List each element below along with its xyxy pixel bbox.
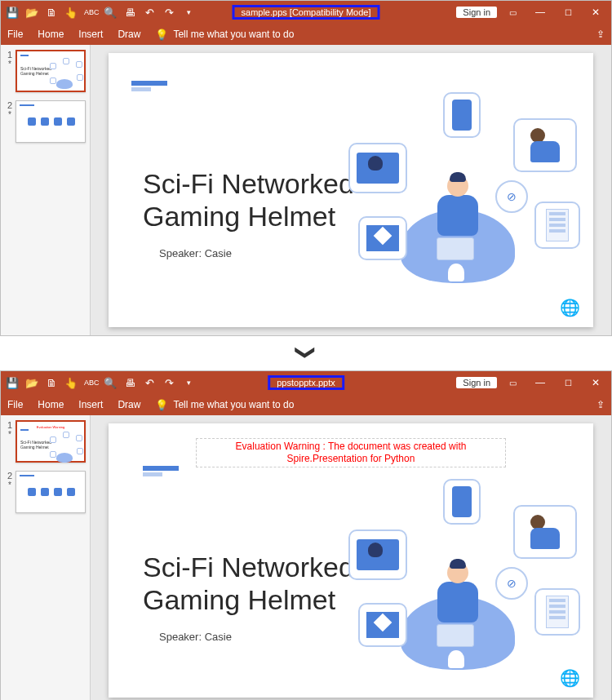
new-icon[interactable]: 🗎 <box>45 7 58 19</box>
touch-mode-icon[interactable]: 👆 <box>64 377 78 389</box>
ribbon-options-icon[interactable]: ▭ <box>500 8 525 17</box>
print-preview-icon[interactable]: 🔍 <box>104 377 117 389</box>
workspace: 1 * Sci-Fi Networked Gaming Helmet <box>1 45 611 335</box>
cube-node <box>358 603 407 647</box>
cube-node <box>358 216 407 260</box>
powerpoint-window-top: 💾 📂 🗎 👆 ABC 🔍 🖶 ↶ ↷ ▾ sample.pps [Compat… <box>1 1 611 335</box>
lightbulb-icon: 💡 <box>155 29 168 41</box>
quick-print-icon[interactable]: 🖶 <box>123 377 136 389</box>
tab-draw[interactable]: Draw <box>118 29 140 40</box>
document-title: ppstopptx.pptx <box>277 378 335 388</box>
spelling-icon[interactable]: ABC <box>84 379 97 387</box>
slide-canvas: Evaluation Warning : The document was cr… <box>91 415 611 700</box>
touch-mode-icon[interactable]: 👆 <box>64 7 78 19</box>
slide-thumbnail-pane: 1 * Evaluation Warning Sci-Fi Networked … <box>1 415 91 700</box>
minimize-icon[interactable]: — <box>528 377 552 388</box>
thumb-number: 2 * <box>4 100 16 143</box>
slide-thumbnail-1[interactable]: Evaluation Warning Sci-Fi Networked Gami… <box>16 420 86 463</box>
spelling-icon[interactable]: ABC <box>84 8 97 16</box>
qat-dropdown-icon[interactable]: ▾ <box>182 8 195 16</box>
phone-node <box>443 92 481 138</box>
thumb-number: 1 * <box>4 50 16 92</box>
worker-node <box>513 118 577 172</box>
globe-icon: 🌐 <box>560 298 580 317</box>
powerpoint-window-bottom: 💾 📂 🗎 👆 ABC 🔍 🖶 ↶ ↷ ▾ ppstopptx.pptx Sig… <box>1 371 611 700</box>
title-highlight: ppstopptx.pptx <box>268 375 344 390</box>
evaluation-warning: Evaluation Warning : The document was cr… <box>196 438 506 467</box>
window-title: sample.pps [Compatibility Mode] <box>233 7 380 17</box>
monitor-node <box>348 529 407 580</box>
slide-thumbnail-1[interactable]: Sci-Fi Networked Gaming Helmet <box>16 50 86 92</box>
lock-icon <box>448 264 464 281</box>
slide-canvas: Sci-Fi Networked Gaming Helmet Speaker: … <box>91 45 611 335</box>
illustration: ⊘ <box>348 102 577 290</box>
sign-in-button[interactable]: Sign in <box>456 377 497 388</box>
tab-draw[interactable]: Draw <box>118 399 140 410</box>
close-icon[interactable]: ✕ <box>583 7 608 18</box>
save-icon[interactable]: 💾 <box>6 377 19 389</box>
tell-me-label: Tell me what you want to do <box>173 399 294 410</box>
save-icon[interactable]: 💾 <box>6 7 19 19</box>
qat-dropdown-icon[interactable]: ▾ <box>182 379 195 387</box>
slide-thumbnail-2[interactable] <box>16 100 86 143</box>
sign-in-button[interactable]: Sign in <box>456 7 497 18</box>
maximize-icon[interactable]: ☐ <box>556 379 580 388</box>
tab-file[interactable]: File <box>7 399 23 410</box>
slide-title: Sci-Fi Networked Gaming Helmet <box>143 167 354 233</box>
tab-file[interactable]: File <box>7 29 23 40</box>
prohibit-icon: ⊘ <box>507 190 517 203</box>
share-icon[interactable]: ⇪ <box>596 29 605 40</box>
thumbnail-row-1: 1 * Sci-Fi Networked Gaming Helmet <box>4 50 86 92</box>
title-bar-right: Sign in ▭ — ☐ ✕ <box>456 377 611 388</box>
tab-insert[interactable]: Insert <box>78 399 103 410</box>
document-title: sample.pps [Compatibility Mode] <box>242 7 371 17</box>
tab-home[interactable]: Home <box>38 29 64 40</box>
person-figure <box>425 175 490 265</box>
ribbon-tabs: File Home Insert Draw 💡 Tell me what you… <box>1 24 611 45</box>
speaker-label: Speaker: Casie <box>159 247 232 259</box>
workspace: 1 * Evaluation Warning Sci-Fi Networked … <box>1 415 611 700</box>
title-bar: 💾 📂 🗎 👆 ABC 🔍 🖶 ↶ ↷ ▾ ppstopptx.pptx Sig… <box>1 371 611 394</box>
ribbon-options-icon[interactable]: ▭ <box>500 379 525 388</box>
server-node <box>534 202 580 249</box>
open-icon[interactable]: 📂 <box>25 7 38 19</box>
tab-home[interactable]: Home <box>38 399 64 410</box>
person-figure <box>425 562 490 652</box>
thumbnail-row-2: 2 * <box>4 471 86 513</box>
quick-print-icon[interactable]: 🖶 <box>123 7 136 19</box>
title-bar-right: Sign in ▭ — ☐ ✕ <box>456 7 611 18</box>
close-icon[interactable]: ✕ <box>583 377 608 388</box>
server-node <box>534 588 580 636</box>
new-icon[interactable]: 🗎 <box>45 377 58 389</box>
minimize-icon[interactable]: — <box>528 7 552 18</box>
open-icon[interactable]: 📂 <box>25 377 38 389</box>
thumb-number: 2 * <box>4 471 16 513</box>
prohibit-node: ⊘ <box>495 567 528 600</box>
lock-icon <box>448 650 464 668</box>
maximize-icon[interactable]: ☐ <box>556 8 580 17</box>
tell-me-search[interactable]: 💡 Tell me what you want to do <box>155 29 294 41</box>
redo-icon[interactable]: ↷ <box>162 7 175 19</box>
quick-access-toolbar: 💾 📂 🗎 👆 ABC 🔍 🖶 ↶ ↷ ▾ <box>1 7 200 19</box>
ribbon-tabs: File Home Insert Draw 💡 Tell me what you… <box>1 394 611 415</box>
slide-thumbnail-2[interactable] <box>16 471 86 513</box>
accent-bar <box>143 466 179 471</box>
slide-1[interactable]: Evaluation Warning : The document was cr… <box>109 423 593 698</box>
print-preview-icon[interactable]: 🔍 <box>104 7 117 19</box>
undo-icon[interactable]: ↶ <box>143 377 156 389</box>
tell-me-search[interactable]: 💡 Tell me what you want to do <box>155 399 294 411</box>
window-title: ppstopptx.pptx <box>268 378 344 388</box>
phone-node <box>443 479 481 525</box>
title-highlight: sample.pps [Compatibility Mode] <box>233 5 380 20</box>
slide-title: Sci-Fi Networked Gaming Helmet <box>143 551 354 616</box>
tab-insert[interactable]: Insert <box>78 29 103 40</box>
slide-thumbnail-pane: 1 * Sci-Fi Networked Gaming Helmet <box>1 45 91 335</box>
chevron-down-icon: ❯ <box>295 344 317 361</box>
redo-icon[interactable]: ↷ <box>162 377 175 389</box>
undo-icon[interactable]: ↶ <box>143 7 156 19</box>
quick-access-toolbar: 💾 📂 🗎 👆 ABC 🔍 🖶 ↶ ↷ ▾ <box>1 377 200 389</box>
illustration: ⊘ <box>348 489 577 676</box>
share-icon[interactable]: ⇪ <box>596 399 605 410</box>
slide-1[interactable]: Sci-Fi Networked Gaming Helmet Speaker: … <box>109 53 593 327</box>
speaker-label: Speaker: Casie <box>159 631 232 643</box>
